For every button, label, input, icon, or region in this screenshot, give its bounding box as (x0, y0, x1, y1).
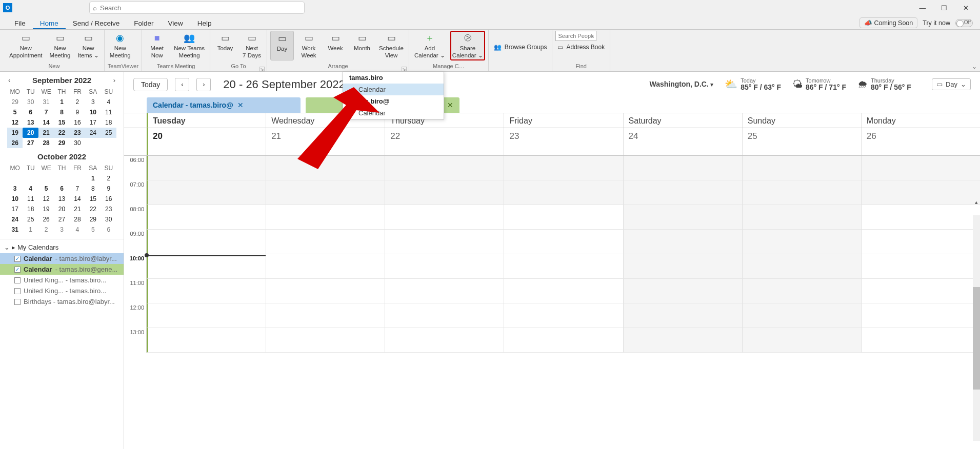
day-number[interactable]: 26 (861, 128, 980, 155)
menu-file[interactable]: File (7, 17, 33, 29)
date-cell[interactable]: 3 (85, 97, 101, 107)
new-appointment-button[interactable]: ▭ New Appointment (7, 31, 45, 59)
day-number[interactable]: 24 (623, 128, 742, 155)
date-cell[interactable]: 19 (38, 204, 54, 214)
date-cell[interactable]: 5 (38, 183, 54, 194)
search-people-input[interactable] (555, 31, 596, 41)
date-cell[interactable]: 8 (85, 183, 101, 194)
date-cell[interactable]: 6 (23, 107, 38, 117)
maximize-button[interactable]: ☐ (938, 4, 950, 12)
date-cell[interactable]: 1 (54, 97, 69, 107)
date-cell[interactable]: 19 (7, 128, 23, 138)
checkbox-checked-icon[interactable]: ✓ (14, 256, 21, 262)
weather-today[interactable]: ⛅ Today 85° F / 63° F (725, 77, 781, 91)
menu-folder[interactable]: Folder (127, 17, 161, 29)
close-icon[interactable]: ✕ (447, 101, 453, 109)
teamviewer-new-meeting-button[interactable]: ◉ New Meeting (108, 31, 133, 59)
date-cell[interactable]: 15 (54, 117, 69, 128)
date-cell[interactable]: 1 (23, 224, 38, 235)
goto-today-button[interactable]: Today (133, 78, 168, 91)
date-cell[interactable]: 25 (23, 214, 38, 224)
prev-week-button[interactable]: ‹ (175, 78, 189, 91)
dropdown-item-calendar-2[interactable]: Calendar (343, 107, 444, 119)
checkbox-icon[interactable] (14, 277, 21, 283)
date-cell[interactable]: 16 (70, 117, 85, 128)
minimize-button[interactable]: — (916, 4, 929, 12)
date-cell[interactable]: 26 (7, 138, 23, 148)
collapse-ribbon-button[interactable]: ⌄ (972, 63, 977, 70)
date-cell[interactable]: 1 (85, 173, 101, 183)
date-cell[interactable]: 24 (7, 214, 23, 224)
view-day-button[interactable]: ▭ Day (270, 31, 294, 60)
checkbox-icon[interactable] (14, 288, 21, 294)
calendar-tab-primary[interactable]: Calendar - tamas.biro@ ✕ (147, 97, 301, 113)
date-cell[interactable]: 10 (85, 107, 101, 117)
menu-view[interactable]: View (161, 17, 190, 29)
date-cell[interactable]: 17 (7, 204, 23, 214)
close-icon[interactable]: ✕ (237, 101, 244, 109)
date-cell[interactable]: 15 (85, 194, 101, 204)
mini-calendar-september[interactable]: MO TU WE TH FR SA SU 29 30 31 1 2 3 4 5 … (0, 87, 124, 152)
date-cell[interactable]: 24 (85, 128, 101, 138)
browse-groups-button[interactable]: 👥 Browse Groups (492, 43, 549, 51)
date-cell[interactable]: 29 (85, 214, 101, 224)
date-cell[interactable]: 5 (85, 224, 101, 235)
try-it-toggle[interactable]: Off (955, 19, 973, 27)
date-cell[interactable]: 29 (7, 97, 23, 107)
date-cell[interactable]: 21 (70, 204, 85, 214)
date-cell[interactable]: 23 (70, 128, 85, 138)
date-cell[interactable]: 28 (70, 214, 85, 224)
new-teams-meeting-button[interactable]: 👥 New Teams Meeting (172, 31, 207, 59)
date-cell[interactable]: 7 (38, 107, 54, 117)
date-cell[interactable]: 17 (85, 117, 101, 128)
day-number[interactable]: 21 (266, 128, 385, 155)
date-cell[interactable]: 4 (70, 224, 85, 235)
menu-help[interactable]: Help (190, 17, 219, 29)
view-week-button[interactable]: ▭ Week (324, 31, 347, 59)
date-cell[interactable]: 12 (38, 194, 54, 204)
share-calendar-button[interactable]: ⧁ Share Calendar ⌄ (450, 31, 485, 60)
location-picker[interactable]: Washington, D.C. ▾ (649, 80, 713, 88)
checkbox-icon[interactable] (14, 299, 21, 305)
date-cell[interactable]: 14 (38, 117, 54, 128)
date-cell[interactable]: 4 (23, 183, 38, 194)
date-cell[interactable]: 31 (38, 97, 54, 107)
date-cell[interactable]: 6 (101, 224, 116, 235)
date-cell[interactable]: 3 (7, 183, 23, 194)
add-calendar-button[interactable]: ＋ Add Calendar ⌄ (412, 31, 447, 59)
date-cell[interactable]: 16 (101, 194, 116, 204)
date-cell[interactable]: 30 (70, 138, 85, 148)
date-cell[interactable]: 10 (7, 194, 23, 204)
date-cell[interactable]: 11 (23, 194, 38, 204)
weather-tomorrow[interactable]: 🌤 Tomorrow 86° F / 71° F (792, 77, 846, 91)
date-cell[interactable]: 18 (23, 204, 38, 214)
checkbox-checked-icon[interactable]: ✓ (14, 267, 21, 273)
new-meeting-button[interactable]: ▭ New Meeting (48, 31, 73, 59)
mini-calendar-october[interactable]: MO TU WE TH FR SA SU 1 2 3 4 5 (0, 163, 124, 239)
view-work-week-button[interactable]: ▭ Work Week (297, 31, 321, 59)
scroll-up-arrow-icon[interactable]: ▴ (975, 199, 978, 206)
date-cell[interactable]: 14 (70, 194, 85, 204)
date-cell[interactable]: 2 (70, 97, 85, 107)
date-cell[interactable]: 6 (54, 183, 69, 194)
date-cell[interactable]: 9 (101, 183, 116, 194)
mini-cal-prev-button[interactable]: ‹ (8, 76, 10, 84)
menu-home[interactable]: Home (33, 17, 66, 29)
date-cell-today[interactable]: 20 (23, 128, 38, 138)
date-cell[interactable]: 2 (101, 173, 116, 183)
date-cell[interactable]: 3 (54, 224, 69, 235)
date-cell[interactable]: 26 (38, 214, 54, 224)
date-cell[interactable]: 28 (38, 138, 54, 148)
calendar-list-item[interactable]: ✓ Calendar - tamas.biro@gene... (0, 264, 124, 275)
calendar-list-item[interactable]: Birthdays - tamas.biro@labyr... (0, 296, 124, 307)
my-calendars-header[interactable]: ⌄ ▸ My Calendars (0, 241, 124, 253)
address-book-button[interactable]: ▭ Address Book (555, 43, 607, 51)
vertical-scrollbar[interactable] (973, 215, 980, 441)
date-cell[interactable]: 31 (7, 224, 23, 235)
date-cell[interactable]: 27 (54, 214, 69, 224)
date-cell[interactable]: 13 (23, 117, 38, 128)
calendar-list-item[interactable]: United King... - tamas.biro... (0, 285, 124, 296)
date-cell[interactable]: 5 (7, 107, 23, 117)
date-cell[interactable]: 29 (54, 138, 69, 148)
view-month-button[interactable]: ▭ Month (350, 31, 374, 59)
